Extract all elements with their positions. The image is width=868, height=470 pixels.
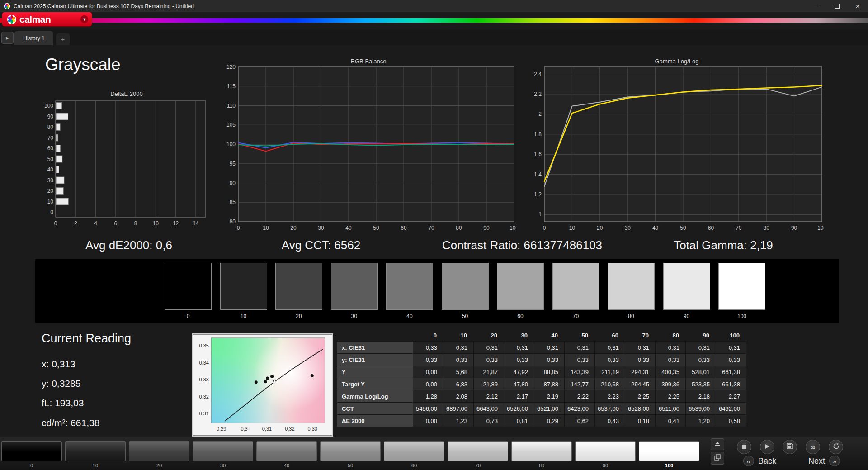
play-button[interactable] <box>760 440 774 454</box>
pattern-button-label-70: 70 <box>448 463 508 468</box>
table-cell: 0,33 <box>443 354 474 366</box>
pattern-button-60[interactable] <box>384 441 444 461</box>
table-cell: 0,58 <box>716 415 746 427</box>
table-cell: 0,18 <box>625 415 656 427</box>
svg-text:60: 60 <box>708 225 714 231</box>
refresh-icon <box>833 443 840 451</box>
table-cell: 0,31 <box>504 342 534 354</box>
svg-text:0,35: 0,35 <box>199 343 209 348</box>
svg-text:0,32: 0,32 <box>199 394 209 399</box>
rgb-balance-chart: 0102030405060708090100808590951001051101… <box>220 63 516 235</box>
back-button[interactable]: « Back <box>743 456 776 466</box>
grayscale-swatch-30 <box>331 263 378 310</box>
svg-text:2: 2 <box>74 220 77 227</box>
grayscale-swatch-50 <box>442 263 489 310</box>
table-column-header-90: 90 <box>686 329 716 342</box>
pattern-button-10[interactable] <box>65 441 126 461</box>
calman-logo-button[interactable]: calman ▼ <box>2 12 92 26</box>
page-title: Grayscale <box>45 55 121 74</box>
stat-total-gamma: Total Gamma: 2,19 <box>660 238 787 252</box>
svg-text:10: 10 <box>263 225 269 231</box>
close-button[interactable]: × <box>847 0 868 12</box>
table-cell: 143,39 <box>565 366 595 378</box>
table-cell: 1,20 <box>686 415 716 427</box>
svg-text:100: 100 <box>817 225 824 231</box>
stop-button[interactable] <box>737 440 751 454</box>
calman-pinwheel-icon <box>7 14 17 24</box>
pattern-button-100[interactable] <box>639 441 699 461</box>
pattern-button-40[interactable] <box>256 441 317 461</box>
link-button[interactable]: ∞ <box>806 440 820 454</box>
grayscale-swatch-strip: Actual Target 0102030405060708090100 <box>35 259 839 323</box>
pattern-button-20[interactable] <box>129 441 189 461</box>
table-cell: 0,33 <box>474 354 504 366</box>
grayscale-swatch-label-100: 100 <box>718 313 765 319</box>
svg-text:0,34: 0,34 <box>199 360 209 366</box>
panel-expand-button[interactable]: ▶ <box>1 32 14 44</box>
svg-text:1,2: 1,2 <box>534 191 542 198</box>
save-button[interactable] <box>783 440 797 454</box>
svg-text:8: 8 <box>134 220 137 227</box>
stop-icon <box>742 443 746 451</box>
pattern-button-70[interactable] <box>448 441 508 461</box>
table-cell: 400,35 <box>656 366 686 378</box>
table-cell: 0,31 <box>565 342 595 354</box>
table-cell: 47,80 <box>504 378 534 390</box>
table-cell: 0,29 <box>534 415 565 427</box>
table-cell: 2,17 <box>504 390 534 403</box>
svg-text:50: 50 <box>47 156 54 162</box>
tab-history-1[interactable]: History 1 <box>14 31 53 45</box>
svg-text:90: 90 <box>47 114 54 120</box>
pattern-button-label-10: 10 <box>65 463 126 468</box>
pattern-button-50[interactable] <box>320 441 381 461</box>
table-cell: 0,62 <box>565 415 595 427</box>
back-chevron-icon: « <box>743 456 754 466</box>
svg-text:4: 4 <box>94 220 97 227</box>
table-row: Y0,005,6821,8747,9288,85143,39211,19294,… <box>337 366 746 378</box>
table-cell: 211,19 <box>595 366 625 378</box>
current-reading-fl: fL: 193,03 <box>42 398 84 408</box>
table-cell: 2,18 <box>686 390 716 403</box>
maximize-button[interactable] <box>826 0 847 12</box>
next-button[interactable]: Next » <box>808 456 840 466</box>
pattern-button-90[interactable] <box>575 441 636 461</box>
table-cell: 6539,00 <box>686 403 716 415</box>
table-cell: 21,89 <box>474 378 504 390</box>
table-cell: 0,33 <box>413 342 443 354</box>
svg-text:70: 70 <box>428 225 434 231</box>
add-tab-button[interactable]: + <box>56 33 70 45</box>
table-cell: 6537,00 <box>595 403 625 415</box>
table-cell: 0,31 <box>716 342 746 354</box>
chevron-down-icon: ▼ <box>80 15 88 23</box>
table-row-label: Target Y <box>337 378 413 390</box>
stat-contrast-ratio: Contrast Ratio: 661377486103 <box>432 238 613 252</box>
app-window: Calman 2025 Calman Ultimate for Business… <box>0 0 868 470</box>
svg-text:80: 80 <box>764 225 770 231</box>
minimize-button[interactable] <box>806 0 826 12</box>
table-cell: 0,31 <box>625 342 656 354</box>
table-column-header-100: 100 <box>716 329 746 342</box>
infinity-icon: ∞ <box>811 444 816 451</box>
svg-text:40: 40 <box>47 166 54 173</box>
svg-text:0,32: 0,32 <box>285 426 294 432</box>
current-reading-x: x: 0,313 <box>42 359 75 370</box>
table-cell: 0,73 <box>474 415 504 427</box>
svg-text:2,2: 2,2 <box>534 91 542 97</box>
table-column-header-40: 40 <box>534 329 565 342</box>
refresh-button[interactable] <box>829 440 843 454</box>
layers-button[interactable] <box>711 452 724 465</box>
add-tab-icon: + <box>61 36 65 43</box>
table-column-header-30: 30 <box>504 329 534 342</box>
table-cell: 0,81 <box>504 415 534 427</box>
svg-text:10: 10 <box>47 199 54 205</box>
pattern-button-0[interactable] <box>1 441 62 461</box>
pattern-button-80[interactable] <box>511 441 572 461</box>
expand-panel-button[interactable] <box>711 438 724 450</box>
pattern-button-30[interactable] <box>193 441 253 461</box>
table-row: Target Y0,006,8321,8947,8087,88142,77210… <box>337 378 746 390</box>
svg-text:100: 100 <box>226 141 236 147</box>
svg-text:85: 85 <box>230 199 236 205</box>
table-cell: 47,92 <box>504 366 534 378</box>
table-cell: 0,31 <box>534 342 565 354</box>
pattern-button-label-20: 20 <box>129 463 189 468</box>
